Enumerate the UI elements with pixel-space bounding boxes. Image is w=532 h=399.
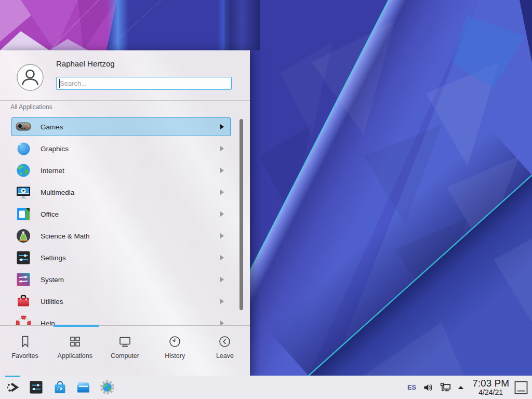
user-avatar-icon[interactable] xyxy=(17,64,44,91)
tab-label: Favorites xyxy=(11,352,38,360)
category-row-office[interactable]: Office xyxy=(11,205,231,223)
category-label: Games xyxy=(41,123,220,131)
submenu-arrow-icon xyxy=(220,255,224,260)
tab-favorites[interactable]: Favorites xyxy=(0,326,50,376)
kickoff-launcher-icon[interactable] xyxy=(5,380,20,395)
clock-time: 7:03 PM xyxy=(472,378,509,389)
system-sliders-icon xyxy=(15,271,32,288)
history-clock-icon xyxy=(168,335,182,349)
science-flask-icon xyxy=(15,228,32,244)
bookmark-icon xyxy=(18,335,32,349)
system-tray: ES 7:03 PM 4/24/21 xyxy=(407,376,529,399)
submenu-arrow-icon xyxy=(220,321,224,325)
application-category-list: Games Graphics xyxy=(0,113,250,325)
category-row-multimedia[interactable]: Multimedia xyxy=(11,183,231,202)
tab-label: Computer xyxy=(111,352,139,360)
expand-tray-caret-icon[interactable] xyxy=(457,383,465,392)
submenu-arrow-icon xyxy=(220,211,224,217)
show-desktop-button[interactable] xyxy=(514,381,528,394)
system-settings-icon[interactable] xyxy=(29,380,44,395)
wired-network-icon[interactable] xyxy=(439,381,451,394)
category-row-system[interactable]: System xyxy=(11,270,231,289)
category-label: Science & Math xyxy=(41,232,220,240)
launcher-header: Raphael Hertzog xyxy=(0,51,250,101)
category-label: Internet xyxy=(41,167,220,175)
category-row-science-math[interactable]: Science & Math xyxy=(11,227,231,245)
gamepad-icon xyxy=(15,118,32,135)
category-label: Settings xyxy=(41,254,220,262)
submenu-arrow-icon xyxy=(220,233,224,238)
category-label: System xyxy=(41,276,220,284)
graphics-sphere-icon xyxy=(15,140,32,157)
active-tab-indicator xyxy=(54,325,99,327)
tab-label: History xyxy=(165,352,185,360)
utilities-toolbox-icon xyxy=(15,293,32,310)
category-row-utilities[interactable]: Utilities xyxy=(11,292,231,311)
application-launcher-popup: Raphael Hertzog All Applications xyxy=(0,50,250,376)
text-caret xyxy=(59,79,60,88)
tab-computer[interactable]: Computer xyxy=(100,326,150,376)
multimedia-monitor-icon xyxy=(15,184,32,201)
taskbar-panel: ES 7:03 PM 4/24/21 xyxy=(0,376,532,399)
submenu-arrow-icon xyxy=(220,124,224,129)
category-label: Utilities xyxy=(41,298,220,305)
internet-globe-icon xyxy=(15,162,32,179)
category-row-games[interactable]: Games xyxy=(11,117,231,136)
volume-icon[interactable] xyxy=(422,382,434,393)
desktop: Raphael Hertzog All Applications xyxy=(0,0,532,399)
discover-bag-icon[interactable] xyxy=(52,380,68,395)
office-document-icon xyxy=(15,206,32,222)
submenu-arrow-icon xyxy=(220,190,224,195)
list-scrollbar[interactable] xyxy=(240,119,243,310)
category-row-settings[interactable]: Settings xyxy=(11,248,231,267)
category-row-graphics[interactable]: Graphics xyxy=(11,139,231,158)
user-name: Raphael Hertzog xyxy=(56,59,115,68)
section-label: All Applications xyxy=(10,103,52,111)
tab-applications[interactable]: Applications xyxy=(50,326,100,376)
submenu-arrow-icon xyxy=(220,277,224,282)
leave-back-icon xyxy=(218,335,232,349)
settings-sliders-icon xyxy=(15,249,32,266)
category-row-help[interactable]: Help xyxy=(11,314,231,325)
file-manager-folder-icon[interactable] xyxy=(76,380,91,395)
tab-label: Applications xyxy=(58,352,92,360)
category-label: Office xyxy=(41,210,220,218)
submenu-arrow-icon xyxy=(220,168,224,173)
category-label: Graphics xyxy=(41,145,220,153)
computer-monitor-icon xyxy=(118,335,132,349)
tab-leave[interactable]: Leave xyxy=(200,326,250,376)
keyboard-layout-indicator[interactable]: ES xyxy=(407,383,416,391)
browser-globe-gear-icon[interactable] xyxy=(100,380,115,395)
help-lifebuoy-icon xyxy=(15,315,32,325)
category-label: Multimedia xyxy=(41,189,220,196)
submenu-arrow-icon xyxy=(220,146,224,151)
tab-label: Leave xyxy=(216,352,234,360)
clock-date: 4/24/21 xyxy=(478,389,503,396)
category-row-internet[interactable]: Internet xyxy=(11,161,231,180)
submenu-arrow-icon xyxy=(220,299,224,304)
tab-history[interactable]: History xyxy=(150,326,200,376)
launcher-tab-bar: Favorites Applications Computer xyxy=(0,325,250,376)
launcher-open-indicator xyxy=(5,376,20,377)
search-input[interactable] xyxy=(56,77,232,90)
app-grid-icon xyxy=(68,335,82,349)
digital-clock[interactable]: 7:03 PM 4/24/21 xyxy=(472,378,509,396)
